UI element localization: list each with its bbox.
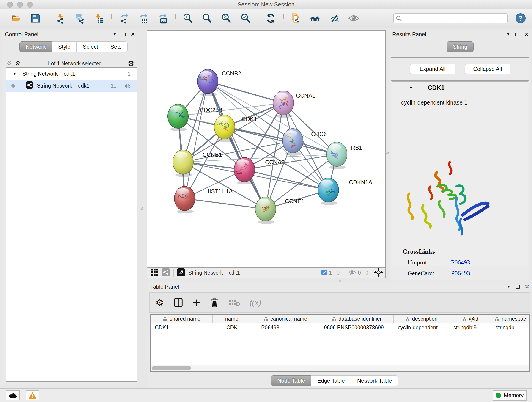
statusbar-separator [173,269,174,277]
delete-column-icon[interactable] [210,298,219,307]
collection-expander-icon[interactable]: ▼ [13,72,17,76]
column-header[interactable]: description [412,316,437,322]
table-panel: Table Panel ▼ ✕ ⚙ + f(x) shared name nam… [148,282,531,388]
column-header[interactable]: namespac [501,316,526,322]
node-table[interactable]: shared name name canonical name database… [150,314,530,372]
node-details-header[interactable]: ▼ CDK1 [393,82,528,94]
toolbar-separator [258,12,259,25]
zoom-in-icon[interactable] [181,12,194,25]
status-footer: Memory [0,388,532,402]
svg-text:CDKN1A: CDKN1A [349,179,372,185]
import-network-icon[interactable] [54,12,67,25]
uniprot-link[interactable]: P06493 [451,259,470,266]
scrollbar-thumb[interactable] [152,366,191,370]
close-panel-icon[interactable]: ✕ [524,32,529,37]
tab-style[interactable]: Style [52,41,76,52]
export-network-icon[interactable] [118,12,131,25]
column-header[interactable]: @id [469,316,478,322]
detach-view-icon[interactable] [177,268,185,277]
zoom-fit-icon[interactable] [220,12,233,25]
network-graph[interactable]: CCNB2CCNA1CDC25BCDK1CDC6RB1CCNB1CCNA2CDK… [147,31,385,267]
save-session-icon[interactable] [29,12,42,25]
expand-all-networks-icon[interactable] [15,60,21,67]
network-canvas[interactable]: CCNB2CCNA1CDC25BCDK1CDC6RB1CCNB1CCNA2CDK… [147,30,386,268]
column-header[interactable]: database identifier [339,316,382,322]
svg-text:CCNB2: CCNB2 [222,70,241,77]
tab-network[interactable]: Network [19,41,52,52]
search-input[interactable] [393,13,508,23]
import-table-icon[interactable] [93,12,105,25]
table-row[interactable]: CDK1 CDK1 P06493 9606.ENSP00000378699 cy… [151,323,529,332]
tab-sets[interactable]: Sets [104,41,128,52]
network-node-count: 11 [111,83,116,89]
float-panel-icon[interactable] [516,285,520,289]
network-options-gear-icon[interactable]: ⚙ [128,60,134,67]
node-details-expander-icon[interactable]: ▼ [409,85,413,90]
table-panel-title: Table Panel [150,283,179,290]
tab-select[interactable]: Select [76,41,104,52]
cell-namespace[interactable]: stringdb [491,323,529,332]
network-tree: ▼ String Network – cdk1 1 String Network… [6,67,137,382]
column-header[interactable]: shared name [170,316,200,322]
help-button[interactable]: ? [515,13,526,23]
genecard-link[interactable]: P06493 [451,270,470,277]
collapse-all-networks-icon[interactable] [6,60,12,67]
import-network-from-database-icon[interactable] [73,12,86,25]
tab-node-table[interactable]: Node Table [271,375,311,386]
selected-checkbox-icon[interactable] [322,269,327,276]
left-splitter-handle[interactable] [141,207,143,210]
panel-menu-icon[interactable]: ▼ [113,32,117,37]
hide-selected-icon[interactable] [328,12,341,25]
table-horizontal-scrollbar[interactable] [151,365,529,371]
column-header[interactable]: canonical name [270,316,307,322]
cell-database-identifier[interactable]: 9606.ENSP00000378699 [320,323,394,332]
table-options-gear-icon[interactable]: ⚙ [156,298,164,307]
cell-canonical-name[interactable]: P06493 [251,323,320,332]
add-column-icon[interactable]: + [193,298,200,307]
expand-all-button[interactable]: Expand All [410,64,456,74]
network-type-icon [26,81,33,90]
show-all-icon[interactable] [347,12,360,25]
search-box [393,13,508,23]
fit-content-crosshair-icon[interactable] [374,268,383,278]
results-panel: Results Panel ▼ ✕ String Expand All Coll… [389,30,531,281]
clone-network-icon[interactable] [290,12,302,25]
export-table-icon[interactable] [137,12,150,25]
refresh-icon[interactable] [264,12,277,25]
show-grid-icon[interactable] [151,268,158,277]
first-neighbors-icon[interactable] [309,12,322,25]
tab-string[interactable]: String [447,41,474,52]
show-columns-icon[interactable] [173,298,183,307]
tab-network-table[interactable]: Network Table [351,375,398,386]
close-panel-icon[interactable]: ✕ [525,284,529,289]
panel-menu-icon[interactable]: ▼ [506,32,510,37]
panel-menu-icon[interactable]: ▼ [507,284,511,289]
network-collection-row[interactable]: ▼ String Network – cdk1 1 [6,68,137,80]
zoom-selected-icon[interactable] [239,12,252,25]
tab-edge-table[interactable]: Edge Table [311,375,351,386]
hierarchy-icon [332,317,336,321]
horizontal-splitter-handle[interactable] [339,280,341,282]
warnings-button[interactable] [26,390,39,400]
cloud-status-button[interactable] [6,390,20,400]
delete-table-icon-disabled [229,298,240,307]
close-panel-icon[interactable]: ✕ [131,32,135,37]
results-panel-title: Results Panel [392,31,426,38]
cell-description[interactable]: cyclin-dependent ... [394,323,449,332]
network-view-share-icon[interactable] [162,268,170,277]
memory-button[interactable]: Memory [493,390,526,401]
right-splitter-handle[interactable] [386,152,389,154]
hidden-eye-icon[interactable] [348,269,356,276]
column-header[interactable]: name [225,316,239,322]
network-row[interactable]: String Network – cdk1 11 48 [6,80,137,92]
cell-id[interactable]: stringdb:9... [449,323,491,332]
export-image-icon[interactable] [156,12,169,25]
network-selection-status: 1 of 1 Network selected [21,61,128,67]
cell-name[interactable]: CDK1 [213,323,251,332]
zoom-out-icon[interactable] [201,12,214,25]
float-panel-icon[interactable] [122,32,126,36]
cell-shared-name[interactable]: CDK1 [151,323,213,332]
float-panel-icon[interactable] [515,32,519,36]
collapse-all-button[interactable]: Collapse All [465,64,510,74]
open-file-icon[interactable] [10,12,22,25]
